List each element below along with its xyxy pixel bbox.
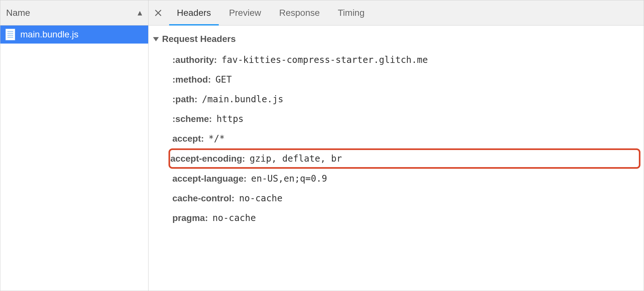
header-value: en-US,en;q=0.9 — [251, 173, 327, 184]
header-row: accept-language:en-US,en;q=0.9 — [170, 169, 640, 188]
header-name: :method: — [172, 75, 211, 85]
tab-preview[interactable]: Preview — [220, 0, 270, 25]
header-row: pragma:no-cache — [170, 208, 640, 228]
header-name: :authority: — [172, 55, 217, 65]
detail-tabbar: HeadersPreviewResponseTiming — [149, 0, 644, 25]
tab-label: Headers — [177, 8, 211, 18]
request-detail-panel: HeadersPreviewResponseTiming Request Hea… — [149, 0, 644, 291]
sort-ascending-icon: ▲ — [136, 8, 144, 17]
header-value: no-cache — [212, 213, 256, 223]
header-row: :scheme:https — [170, 109, 640, 129]
tab-timing[interactable]: Timing — [329, 0, 374, 25]
header-value: gzip, deflate, br — [250, 153, 342, 164]
header-row: accept-encoding:gzip, deflate, br — [168, 148, 640, 169]
header-value: */* — [208, 133, 225, 144]
header-row: :authority:fav-kitties-compress-starter.… — [170, 50, 640, 70]
header-row: cache-control:no-cache — [170, 188, 640, 208]
caret-down-icon — [153, 37, 159, 41]
header-value: /main.bundle.js — [202, 94, 284, 105]
request-list-panel: Name ▲ main.bundle.js — [0, 0, 149, 291]
request-list: main.bundle.js — [0, 25, 148, 291]
headers-section: Request Headers :authority:fav-kitties-c… — [149, 25, 644, 291]
header-value: GET — [216, 74, 232, 85]
request-filename: main.bundle.js — [20, 29, 79, 40]
header-name: cache-control: — [172, 193, 235, 204]
header-row: :method:GET — [170, 70, 640, 89]
header-value: https — [216, 114, 244, 124]
name-column-header[interactable]: Name ▲ — [0, 0, 148, 25]
header-value: no-cache — [239, 193, 283, 204]
header-name: accept-encoding: — [170, 154, 245, 164]
header-name: accept-language: — [172, 174, 246, 184]
tab-label: Timing — [338, 8, 365, 18]
request-headers-list: :authority:fav-kitties-compress-starter.… — [153, 46, 640, 228]
header-row: :path:/main.bundle.js — [170, 89, 640, 109]
tab-headers[interactable]: Headers — [168, 0, 220, 25]
tab-label: Preview — [229, 8, 261, 18]
tab-label: Response — [279, 8, 320, 18]
request-row[interactable]: main.bundle.js — [0, 25, 148, 44]
tab-response[interactable]: Response — [270, 0, 329, 25]
header-name: pragma: — [172, 213, 208, 223]
devtools-network-panel: Name ▲ main.bundle.js HeadersPreviewResp… — [0, 0, 644, 291]
header-value: fav-kitties-compress-starter.glitch.me — [221, 55, 428, 65]
request-headers-title-row[interactable]: Request Headers — [153, 34, 640, 46]
header-name: :path: — [172, 94, 197, 105]
header-name: :scheme: — [172, 114, 212, 124]
name-column-label: Name — [6, 8, 30, 18]
header-name: accept: — [172, 134, 204, 144]
header-row: accept:*/* — [170, 129, 640, 148]
file-icon — [5, 29, 15, 40]
close-icon[interactable] — [149, 0, 168, 25]
request-headers-title: Request Headers — [162, 34, 236, 44]
